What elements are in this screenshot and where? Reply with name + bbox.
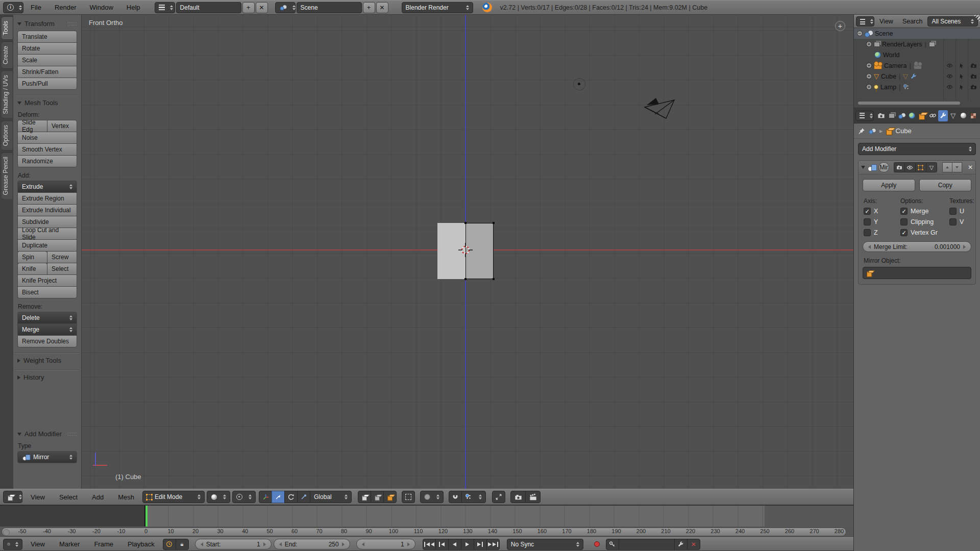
scene-delete-button[interactable]: ✕	[376, 2, 388, 13]
increment-icon[interactable]	[342, 542, 345, 546]
checkbox-axis-x[interactable]: X	[864, 208, 900, 215]
extrude-region-button[interactable]: Extrude Region	[17, 192, 77, 205]
mode-select[interactable]: Edit Mode	[142, 491, 205, 503]
collapse-icon[interactable]	[857, 31, 863, 36]
knife-select-button[interactable]: Select	[47, 263, 77, 275]
pivot-point-select[interactable]	[232, 491, 256, 503]
outliner-row-camera[interactable]: Camera |	[854, 60, 980, 71]
tab-object-data[interactable]: ▽	[948, 110, 958, 121]
renderlayer-toggle-icon[interactable]	[929, 42, 935, 47]
tab-object[interactable]	[917, 110, 927, 121]
selectability-cursor-icon[interactable]	[959, 63, 965, 69]
menu-file[interactable]: File	[24, 4, 47, 11]
checkbox-clipping[interactable]: Clipping	[900, 218, 949, 226]
modifier-name-field[interactable]: Mir	[878, 162, 889, 172]
increment-icon[interactable]	[963, 245, 966, 249]
menu-view-timeline[interactable]: View	[24, 540, 51, 548]
decrement-icon[interactable]	[362, 542, 364, 546]
merge-limit-slider[interactable]: Merge Limit: 0.001000	[863, 241, 971, 252]
merge-menu[interactable]: Merge	[17, 323, 77, 336]
delete-keyframe-button[interactable]: ✕	[687, 539, 700, 550]
viewport-shading-select[interactable]	[207, 491, 230, 503]
outliner-row-cube[interactable]: ▽ Cube | ▽	[854, 71, 980, 82]
render-visibility-toggle[interactable]	[894, 162, 905, 172]
menu-playback[interactable]: Playback	[121, 540, 161, 548]
editor-type-info-button[interactable]: i	[3, 2, 23, 13]
menu-add[interactable]: Add	[86, 493, 110, 501]
editor-type-outliner-button[interactable]	[856, 16, 874, 27]
remove-doubles-button[interactable]: Remove Doubles	[17, 335, 77, 347]
expand-icon[interactable]	[866, 73, 872, 79]
region-expand-icon[interactable]: +	[835, 21, 845, 31]
shelf-tab-create[interactable]: Create	[2, 41, 13, 69]
vertex-select-mode-button[interactable]	[358, 491, 371, 503]
screw-button[interactable]: Screw	[47, 251, 77, 263]
menu-mesh[interactable]: Mesh	[112, 493, 140, 501]
scene-add-button[interactable]: +	[363, 2, 375, 13]
checkbox-texture-v[interactable]: V	[949, 218, 971, 226]
edge-select-mode-button[interactable]	[371, 491, 384, 503]
transform-orientation-select[interactable]: Global	[310, 491, 352, 503]
current-frame-playhead[interactable]	[145, 506, 148, 527]
edit-mode-display-toggle[interactable]	[915, 162, 926, 172]
tab-scene[interactable]	[897, 110, 906, 121]
jump-to-end-button[interactable]	[486, 539, 500, 550]
renderability-camera-icon[interactable]	[970, 62, 977, 69]
bisect-button[interactable]: Bisect	[17, 286, 77, 298]
viewport-visibility-toggle[interactable]	[904, 162, 916, 172]
menu-frame[interactable]: Frame	[88, 540, 119, 548]
checkbox-axis-y[interactable]: Y	[864, 218, 900, 226]
outliner-scrollbar[interactable]	[858, 102, 960, 105]
layout-delete-button[interactable]: ✕	[256, 2, 268, 13]
selectability-cursor-icon[interactable]	[959, 84, 965, 90]
manipulator-scale-button[interactable]	[297, 491, 310, 503]
renderability-camera-icon[interactable]	[970, 73, 977, 80]
outliner-row-renderlayers[interactable]: RenderLayers |	[854, 39, 980, 49]
slide-edge-button[interactable]: Slide Edg	[17, 120, 47, 132]
scene-icon-button[interactable]	[275, 2, 296, 13]
extrude-individual-button[interactable]: Extrude Individual	[17, 204, 77, 216]
modifier-type-select[interactable]: Mirror	[17, 451, 77, 463]
vertex-slide-button[interactable]: Vertex	[47, 120, 77, 132]
keying-icon-button[interactable]	[606, 539, 619, 550]
visibility-eye-icon[interactable]	[946, 73, 953, 80]
start-frame-field[interactable]: Start: 1	[195, 539, 272, 549]
proportional-edit-select[interactable]	[420, 491, 444, 503]
tab-material[interactable]	[959, 110, 968, 121]
timeline-scrollbar[interactable]: -50-40-30-20-100102030405060708090100110…	[0, 527, 853, 537]
push-pull-button[interactable]: Push/Pull	[17, 78, 77, 90]
viewport-3d[interactable]: Front Ortho + (1) Cube	[82, 15, 853, 489]
renderability-camera-icon[interactable]	[970, 84, 977, 90]
layout-add-button[interactable]: +	[242, 2, 255, 13]
decrement-icon[interactable]	[868, 245, 871, 249]
use-preview-range-button[interactable]	[163, 539, 176, 550]
play-reverse-button[interactable]	[448, 539, 461, 550]
visibility-eye-icon[interactable]	[946, 62, 953, 69]
next-keyframe-button[interactable]	[474, 539, 487, 550]
panel-header-mesh-tools[interactable]: Mesh Tools	[17, 99, 77, 107]
modifier-expand-icon[interactable]	[861, 166, 865, 169]
insert-keyframe-button[interactable]	[674, 539, 688, 550]
tab-world[interactable]	[907, 110, 917, 121]
mirror-object-field[interactable]	[863, 267, 971, 279]
delete-menu[interactable]: Delete	[17, 312, 77, 324]
menu-help[interactable]: Help	[120, 4, 146, 11]
manipulator-translate-button[interactable]	[272, 491, 285, 503]
tab-render[interactable]	[876, 110, 886, 121]
visibility-eye-icon[interactable]	[946, 84, 953, 90]
snap-element-select[interactable]	[461, 491, 486, 503]
manipulator-toggle-button[interactable]	[259, 491, 272, 503]
extrude-menu[interactable]: Extrude	[17, 181, 77, 193]
checkbox-texture-u[interactable]: U	[949, 208, 971, 215]
checkbox-vertex-group[interactable]: Vertex Gr	[900, 229, 949, 236]
apply-button[interactable]: Apply	[863, 179, 915, 191]
expand-icon[interactable]	[866, 84, 872, 90]
panel-header-weight-tools[interactable]: Weight Tools	[17, 357, 77, 364]
checkbox-merge[interactable]: Merge	[900, 208, 949, 215]
decrement-icon[interactable]	[201, 542, 203, 546]
cage-display-toggle[interactable]: ▽	[926, 162, 937, 172]
shelf-tab-shading-uvs[interactable]: Shading / UVs	[2, 70, 13, 119]
spin-button[interactable]: Spin	[17, 251, 47, 263]
increment-icon[interactable]	[407, 542, 410, 546]
panel-header-history[interactable]: History	[17, 373, 77, 381]
